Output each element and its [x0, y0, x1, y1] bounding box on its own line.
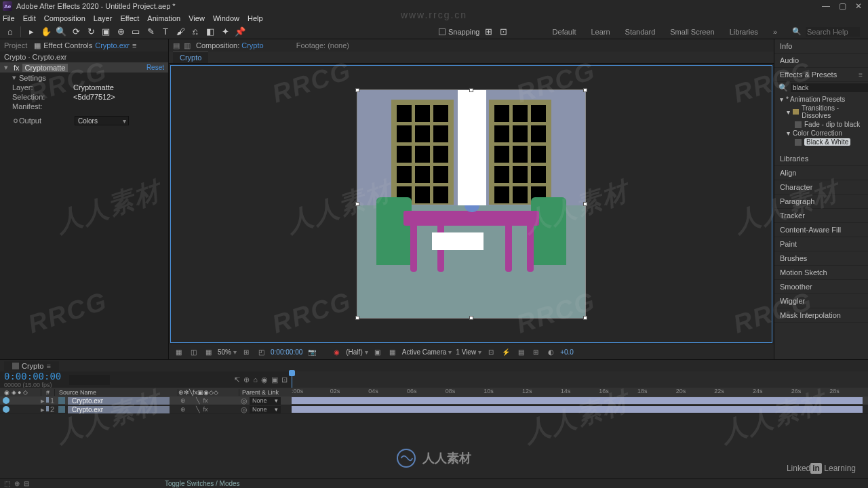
workspace-libraries[interactable]: Libraries — [730, 28, 758, 36]
playhead[interactable] — [292, 371, 292, 388]
snapshot-icon[interactable]: 📷 — [307, 346, 317, 357]
tl-tool-icon[interactable]: ↸ — [234, 375, 240, 384]
menu-animation[interactable]: Animation — [147, 14, 180, 22]
tl-footer-icon[interactable]: ⬚ — [4, 480, 10, 487]
panel-effects-presets[interactable]: Effects & Presets≡ — [774, 68, 868, 82]
menu-window[interactable]: Window — [213, 14, 239, 22]
layer-name[interactable]: Crypto.exr — [68, 397, 170, 405]
tree-color-correction[interactable]: ▾Color Correction — [777, 129, 865, 138]
selection-tool-icon[interactable]: ▸ — [25, 26, 37, 38]
menu-file[interactable]: File — [3, 14, 15, 22]
layer-panel-icon[interactable]: ▤ — [173, 41, 180, 50]
rectangle-tool-icon[interactable]: ▭ — [130, 26, 142, 38]
effect-reset-link[interactable]: Reset — [146, 64, 164, 71]
tl-footer-icon[interactable]: ⊟ — [24, 480, 29, 487]
panel-paint[interactable]: Paint — [774, 237, 868, 251]
toggle-switches-modes[interactable]: Toggle Switches / Modes — [165, 480, 240, 487]
viewer-canvas[interactable] — [357, 90, 585, 318]
workspace-standard[interactable]: Standard — [625, 28, 656, 36]
timeline-timecode[interactable]: 0:00:00:00 — [4, 371, 61, 382]
effect-controls-tab[interactable]: ▦ Effect Controls Crypto.exr ≡ — [34, 41, 136, 50]
menu-edit[interactable]: Edit — [23, 14, 36, 22]
view-layout-select[interactable]: 1 View — [456, 348, 481, 356]
footage-panel-icon[interactable]: ▥ — [184, 41, 191, 50]
search-help-input[interactable] — [806, 27, 860, 37]
effect-cryptomatte-header[interactable]: ▾fxCryptomatte Reset — [0, 62, 168, 73]
fast-preview-icon[interactable]: ⚡ — [500, 346, 511, 357]
zoom-tool-icon[interactable]: 🔍 — [55, 26, 67, 38]
viewer-time[interactable]: 0:00:00:00 — [271, 348, 302, 356]
panel-paragraph[interactable]: Paragraph — [774, 195, 868, 209]
timeline-icon[interactable]: ▤ — [515, 346, 526, 357]
timeline-layer-row[interactable]: ▸2 Crypto.exr ⊕╲fx ◎None▾ — [0, 405, 868, 414]
pickwhip-icon[interactable]: ◎ — [241, 405, 248, 414]
composition-viewer[interactable] — [170, 65, 772, 343]
col-source-name[interactable]: Source Name — [54, 389, 178, 396]
tree-black-white[interactable]: Black & White — [777, 138, 865, 146]
camera-tool-icon[interactable]: ▣ — [100, 26, 112, 38]
panel-menu-icon[interactable]: ≡ — [859, 71, 863, 79]
res-icon[interactable]: ⊞ — [241, 346, 252, 357]
panel-tracker[interactable]: Tracker — [774, 209, 868, 223]
minimize-icon[interactable]: — — [822, 2, 830, 10]
layer-name[interactable]: Crypto.exr — [68, 406, 170, 413]
composition-tab-label[interactable]: Composition: Crypto — [196, 41, 264, 49]
tree-animation-presets[interactable]: ▾* Animation Presets — [777, 95, 865, 104]
maximize-icon[interactable]: ▢ — [838, 2, 846, 10]
exposure-reset-icon[interactable]: ◐ — [545, 346, 556, 357]
close-icon[interactable]: ✕ — [854, 2, 863, 10]
roto-tool-icon[interactable]: ✦ — [219, 26, 231, 38]
exposure-value[interactable]: +0.0 — [560, 348, 574, 356]
layer-prop-value[interactable]: Cryptomatte — [73, 83, 114, 92]
type-tool-icon[interactable]: T — [159, 26, 172, 38]
footage-tab-label[interactable]: Footage: (none) — [296, 41, 349, 49]
panel-smoother[interactable]: Smoother — [774, 280, 868, 294]
tl-tool-icon[interactable]: ⊡ — [281, 375, 288, 384]
parent-select[interactable]: None▾ — [250, 406, 281, 413]
col-switches[interactable]: ⊕✻╲fx▣◉◇◇ — [178, 389, 239, 396]
panel-audio[interactable]: Audio — [774, 54, 868, 68]
panel-menu-icon[interactable]: ≡ — [132, 41, 136, 49]
clone-tool-icon[interactable]: ⎌ — [189, 26, 201, 38]
camera-select[interactable]: Active Camera — [402, 348, 452, 356]
tl-tool-icon[interactable]: ⊕ — [243, 375, 250, 384]
tl-tool-icon[interactable]: ◉ — [261, 375, 268, 384]
flowchart-icon[interactable]: ⊞ — [530, 346, 541, 357]
panel-character[interactable]: Character — [774, 180, 868, 195]
panel-content-aware-fill[interactable]: Content-Aware Fill — [774, 223, 868, 237]
workspace-default[interactable]: Default — [553, 28, 576, 36]
panel-wiggler[interactable]: Wiggler — [774, 294, 868, 308]
workspace-learn[interactable]: Learn — [591, 28, 610, 36]
tl-tool-icon[interactable]: ⌂ — [253, 375, 258, 384]
pickwhip-icon[interactable]: ◎ — [241, 396, 248, 405]
hand-tool-icon[interactable]: ✋ — [40, 26, 52, 38]
snap-opt2-icon[interactable]: ⊡ — [498, 26, 510, 38]
menu-composition[interactable]: Composition — [44, 14, 85, 22]
tree-fade-dip-black[interactable]: Fade - dip to black — [777, 120, 865, 129]
panel-mask-interpolation[interactable]: Mask Interpolation — [774, 308, 868, 323]
region-icon[interactable]: ▣ — [372, 346, 383, 357]
panel-motion-sketch[interactable]: Motion Sketch — [774, 266, 868, 280]
snapping-checkbox[interactable] — [439, 28, 446, 35]
timeline-tab-crypto[interactable]: Crypto≡ — [4, 361, 59, 371]
selection-prop-value[interactable]: <5dd77512> — [73, 93, 115, 101]
toggle-grid-icon[interactable]: ▦ — [203, 346, 214, 357]
eraser-tool-icon[interactable]: ◧ — [204, 26, 216, 38]
menu-effect[interactable]: Effect — [120, 14, 139, 22]
timeline-layer-row[interactable]: ▸1 Crypto.exr ⊕╲fx ◎None▾ — [0, 396, 868, 405]
snap-opt1-icon[interactable]: ⊞ — [483, 26, 495, 38]
zoom-select[interactable]: 50% — [218, 348, 237, 356]
menu-layer[interactable]: Layer — [94, 14, 113, 22]
effects-search-input[interactable] — [791, 83, 868, 92]
channel-icon[interactable]: ◉ — [331, 346, 342, 357]
menu-help[interactable]: Help — [248, 14, 263, 22]
col-parent-link[interactable]: Parent & Link — [239, 389, 292, 396]
timeline-search-input[interactable] — [69, 375, 110, 385]
toggle-mask-icon[interactable]: ◫ — [188, 346, 199, 357]
parent-select[interactable]: None▾ — [250, 397, 281, 405]
panel-brushes[interactable]: Brushes — [774, 251, 868, 266]
resolution-select[interactable]: (Half) — [346, 348, 368, 356]
visibility-icon[interactable] — [3, 406, 9, 413]
toggle-alpha-icon[interactable]: ▦ — [173, 346, 184, 357]
orbit-tool-icon[interactable]: ⟳ — [70, 26, 82, 38]
